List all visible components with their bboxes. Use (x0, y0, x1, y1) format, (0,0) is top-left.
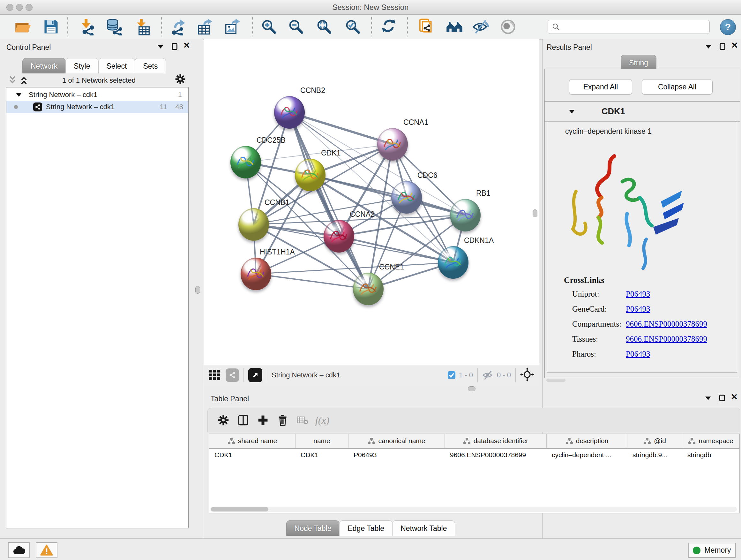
column-header-name[interactable]: name (295, 434, 348, 448)
node-CDKN1A[interactable] (438, 246, 468, 279)
save-session-button[interactable] (42, 18, 60, 36)
tab-select[interactable]: Select (98, 58, 135, 73)
panel-float-icon[interactable] (172, 43, 178, 50)
export-network-button[interactable] (169, 18, 187, 36)
node-CDC25B[interactable] (230, 146, 261, 179)
network-overview-button[interactable] (226, 368, 239, 382)
create-column-button[interactable] (253, 411, 273, 429)
table-cell[interactable]: P06493 (348, 449, 445, 461)
expand-all-button[interactable]: Expand All (569, 79, 632, 95)
node-CCNA1[interactable] (377, 128, 408, 161)
node-CDC6[interactable] (391, 181, 422, 213)
tab-string[interactable]: String (621, 55, 657, 70)
tree-options-button[interactable] (175, 74, 186, 86)
scrollbar-thumb[interactable] (211, 507, 268, 511)
crosslink-link[interactable]: 9606.ENSP00000378699 (626, 334, 707, 344)
zoom-in-button[interactable] (260, 18, 278, 36)
zoom-selected-button[interactable] (344, 18, 362, 36)
tab-style[interactable]: Style (65, 58, 98, 73)
panel-menu-icon[interactable] (705, 45, 711, 49)
results-scrollbar[interactable] (546, 379, 565, 382)
result-entry-header[interactable]: CDK1 (545, 102, 740, 122)
tab-network-table[interactable]: Network Table (392, 520, 455, 536)
table-row[interactable]: CDK1CDK1P064939606.ENSP00000378699cyclin… (209, 449, 739, 461)
crosslink-link[interactable]: P06493 (626, 350, 650, 359)
node-RB1[interactable] (450, 199, 481, 232)
node-CDK1[interactable] (295, 159, 326, 191)
column-header--id[interactable]: @id (627, 434, 682, 448)
panel-close-icon[interactable]: ✕ (731, 42, 738, 49)
export-table-button[interactable] (196, 18, 214, 36)
column-header-database-identifier[interactable]: database identifier (445, 434, 547, 448)
node-HIST1H1A[interactable] (241, 258, 271, 290)
table-cell[interactable]: stringdb:9... (627, 449, 682, 461)
edge-CCNB2-CCNA1[interactable] (289, 112, 393, 144)
grid-view-button[interactable] (208, 368, 220, 382)
collapse-all-tree-button[interactable] (8, 75, 17, 86)
cloud-status-button[interactable] (8, 542, 30, 558)
string-home-button[interactable] (446, 18, 463, 36)
edge-CDK1-RB1[interactable] (310, 175, 465, 215)
node-CCNA2[interactable] (324, 220, 354, 253)
expand-all-tree-button[interactable] (19, 75, 29, 86)
panel-close-icon[interactable]: ✕ (183, 42, 190, 49)
function-builder-button[interactable]: f(x) (313, 411, 332, 429)
show-columns-button[interactable] (233, 411, 253, 429)
birdseye-toggle-button[interactable] (520, 368, 534, 383)
collapse-triangle-icon[interactable] (16, 93, 22, 97)
show-hide-details-button[interactable] (472, 18, 489, 36)
table-cell[interactable]: stringdb (682, 449, 739, 461)
column-header-description[interactable]: description (547, 434, 627, 448)
tab-sets[interactable]: Sets (135, 58, 166, 73)
column-header-canonical-name[interactable]: canonical name (348, 434, 445, 448)
panel-close-icon[interactable]: ✕ (731, 394, 738, 400)
panel-float-icon[interactable] (719, 395, 725, 401)
node-CCNB2[interactable] (274, 96, 305, 129)
navigator-button[interactable] (499, 18, 517, 36)
zoom-out-button[interactable] (287, 18, 305, 36)
table-options-button[interactable] (213, 411, 233, 429)
panel-menu-icon[interactable] (158, 45, 163, 49)
edge-HIST1H1A-CCNE1[interactable] (256, 274, 368, 289)
zoom-fit-button[interactable] (315, 18, 333, 36)
search-input[interactable] (560, 22, 710, 31)
table-cell[interactable]: cyclin–dependent ... (547, 449, 627, 461)
bottom-divider-grip[interactable] (468, 386, 475, 391)
network-canvas[interactable]: CCNB2CCNA1CDC25BCDK1CDC6RB1CCNB1CCNA2CDK… (204, 39, 539, 365)
edge-CCNB2-CCNE1[interactable] (289, 112, 368, 289)
network-row[interactable]: String Network – cdk1 11 48 (6, 101, 188, 113)
collapse-all-button[interactable]: Collapse All (642, 79, 713, 95)
network-collection-row[interactable]: String Network – cdk1 1 (6, 87, 188, 101)
table-cell[interactable]: CDK1 (295, 449, 348, 461)
warnings-button[interactable] (36, 542, 57, 558)
crosslink-link[interactable]: P06493 (626, 305, 650, 314)
edge-CCNA2-CDKN1A[interactable] (339, 236, 453, 262)
collapse-triangle-icon[interactable] (569, 110, 575, 113)
import-table-button[interactable] (134, 18, 151, 36)
apply-layout-button[interactable] (381, 18, 399, 36)
tab-edge-table[interactable]: Edge Table (339, 520, 393, 536)
help-button[interactable]: ? (720, 19, 736, 35)
import-network-button[interactable] (78, 18, 96, 36)
open-in-window-button[interactable] (248, 368, 262, 382)
panel-float-icon[interactable] (720, 43, 725, 50)
table-cell[interactable]: 9606.ENSP00000378699 (445, 449, 547, 461)
table-cell[interactable]: CDK1 (209, 449, 295, 461)
tab-node-table[interactable]: Node Table (286, 520, 340, 536)
column-header-namespace[interactable]: namespace (682, 434, 739, 448)
crosslink-link[interactable]: P06493 (626, 290, 650, 299)
delete-table-button[interactable] (293, 411, 313, 429)
left-divider-grip[interactable] (195, 286, 200, 294)
node-CCNB1[interactable] (239, 208, 269, 241)
memory-button[interactable]: Memory (688, 543, 736, 558)
horizontal-scrollbar[interactable] (210, 507, 737, 512)
open-session-button[interactable] (13, 18, 31, 36)
node-CCNE1[interactable] (353, 273, 384, 305)
delete-column-button[interactable] (273, 411, 293, 429)
panel-menu-icon[interactable] (705, 396, 711, 400)
column-header-shared-name[interactable]: shared name (209, 434, 295, 448)
string-document-button[interactable] (417, 18, 435, 36)
export-image-button[interactable] (223, 18, 241, 36)
right-divider-grip[interactable] (533, 209, 537, 217)
tab-network[interactable]: Network (22, 58, 66, 73)
